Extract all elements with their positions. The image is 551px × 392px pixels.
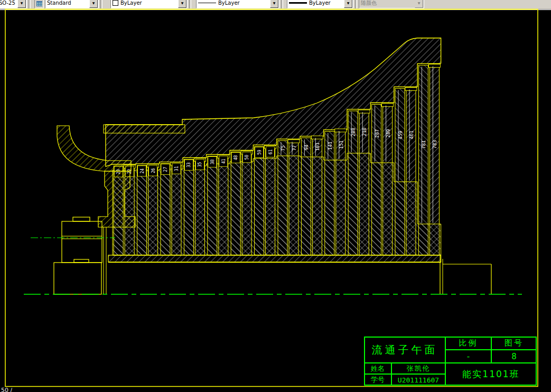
- svg-text:208: 208: [351, 128, 356, 136]
- svg-text:26: 26: [151, 168, 156, 173]
- drawing-title: 流通子午面: [364, 337, 445, 363]
- svg-text:48: 48: [234, 155, 238, 161]
- svg-text:781: 781: [421, 141, 426, 149]
- svg-text:31: 31: [174, 166, 179, 171]
- svg-text:94: 94: [304, 144, 309, 150]
- svg-text:210: 210: [362, 127, 367, 136]
- svg-text:61: 61: [268, 150, 273, 155]
- svg-text:41: 41: [221, 158, 226, 164]
- statusbar-fragment: 50 /: [1, 387, 12, 392]
- name-label: 姓名: [364, 363, 391, 374]
- class-value: 能实1101班: [445, 363, 537, 386]
- scale-value: -: [445, 350, 491, 363]
- svg-text:461: 461: [409, 130, 414, 139]
- svg-text:33: 33: [186, 162, 191, 167]
- drawing-number-label: 图号: [491, 337, 537, 350]
- title-block: 流通子午面 比例 图号 - 8 姓名 张凯伦 学号 U201111607 能实1…: [364, 337, 537, 386]
- scale-label: 比例: [445, 337, 491, 350]
- name-value: 张凯伦: [391, 363, 445, 374]
- drawing-number-value: 8: [491, 350, 537, 363]
- svg-text:38: 38: [210, 159, 215, 164]
- svg-text:141: 141: [328, 142, 333, 150]
- svg-text:35: 35: [198, 162, 202, 167]
- svg-text:151: 151: [339, 141, 344, 149]
- svg-text:77: 77: [292, 145, 297, 151]
- svg-text:783: 783: [432, 140, 437, 148]
- student-id-value: U201111607: [391, 374, 445, 386]
- svg-text:59: 59: [257, 150, 262, 155]
- drawing-canvas[interactable]: 2022242627313335384148505961757794101141…: [0, 0, 551, 392]
- autocad-window: SO-25 ▼ Standard ▼ ByLayer ▼ ByLayer ▼ B…: [0, 0, 551, 392]
- svg-text:50: 50: [245, 155, 249, 160]
- svg-text:24: 24: [140, 169, 145, 174]
- student-id-label: 学号: [364, 374, 391, 386]
- svg-text:287: 287: [375, 129, 380, 138]
- svg-text:27: 27: [163, 167, 168, 172]
- svg-text:75: 75: [281, 145, 286, 151]
- svg-text:101: 101: [315, 142, 320, 151]
- svg-text:459: 459: [398, 130, 403, 139]
- svg-text:289: 289: [386, 129, 391, 137]
